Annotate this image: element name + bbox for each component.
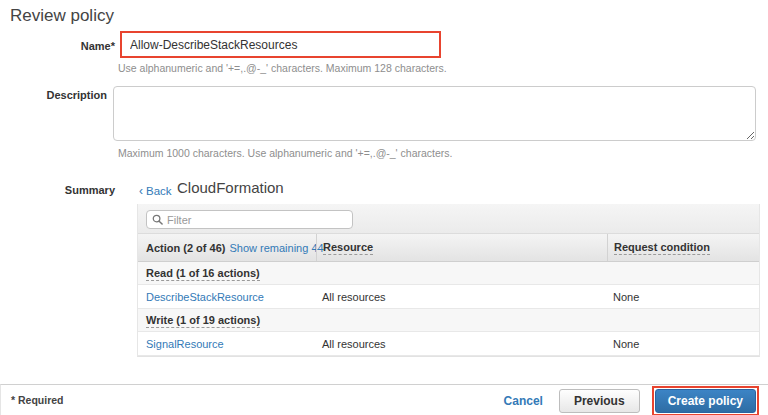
cancel-link[interactable]: Cancel bbox=[504, 394, 543, 408]
resource-header-label: Resource bbox=[323, 241, 373, 255]
review-policy-page: Review policy Name* Use alphanumeric and… bbox=[0, 0, 768, 415]
required-note: * Required bbox=[11, 385, 64, 415]
table-header-row: Action (2 of 46) Show remaining 44 Resou… bbox=[138, 234, 759, 262]
action-count-label: Action (2 of 46) bbox=[146, 242, 225, 254]
description-textarea[interactable] bbox=[113, 86, 756, 141]
resource-cell: All resources bbox=[316, 291, 607, 303]
filter-input[interactable] bbox=[167, 214, 347, 226]
previous-button[interactable]: Previous bbox=[559, 389, 640, 413]
footer-actions: Cancel Previous Create policy bbox=[504, 385, 759, 415]
create-policy-annotation: Create policy bbox=[652, 386, 759, 415]
name-field-annotation bbox=[120, 31, 441, 58]
description-help-text: Maximum 1000 characters. Use alphanumeri… bbox=[118, 147, 452, 159]
group-row-write: Write (1 of 19 actions) bbox=[138, 309, 759, 332]
back-link[interactable]: ‹Back bbox=[139, 184, 172, 198]
policy-summary-table: Action (2 of 46) Show remaining 44 Resou… bbox=[137, 204, 760, 357]
read-group-label: Read (1 of 16 actions) bbox=[146, 267, 260, 281]
write-group-label: Write (1 of 19 actions) bbox=[146, 314, 260, 328]
name-label: Name* bbox=[0, 40, 115, 52]
group-row-read: Read (1 of 16 actions) bbox=[138, 262, 759, 285]
page-title: Review policy bbox=[10, 6, 114, 26]
resource-cell: All resources bbox=[316, 338, 607, 350]
name-help-text: Use alphanumeric and '+=,.@-_' character… bbox=[118, 62, 447, 74]
column-header-request-condition: Request condition bbox=[607, 234, 759, 261]
request-condition-header-label: Request condition bbox=[614, 241, 710, 255]
wizard-footer: * Required Cancel Previous Create policy bbox=[0, 384, 768, 415]
search-icon bbox=[152, 214, 163, 225]
table-row: SignalResource All resources None bbox=[138, 332, 759, 356]
condition-cell: None bbox=[607, 338, 759, 350]
service-name-heading: CloudFormation bbox=[177, 179, 284, 196]
chevron-left-icon: ‹ bbox=[139, 184, 143, 198]
column-header-action: Action (2 of 46) Show remaining 44 bbox=[138, 234, 316, 261]
description-label: Description bbox=[0, 89, 107, 101]
back-link-label: Back bbox=[146, 185, 172, 197]
create-policy-button[interactable]: Create policy bbox=[655, 389, 756, 413]
table-row: DescribeStackResource All resources None bbox=[138, 285, 759, 309]
action-link-describe-stack-resource[interactable]: DescribeStackResource bbox=[146, 291, 264, 303]
condition-cell: None bbox=[607, 291, 759, 303]
table-filter-toolbar bbox=[138, 204, 759, 234]
show-remaining-link[interactable]: Show remaining 44 bbox=[229, 242, 323, 254]
column-header-resource: Resource bbox=[316, 234, 607, 261]
summary-label: Summary bbox=[0, 184, 115, 196]
action-link-signal-resource[interactable]: SignalResource bbox=[146, 338, 224, 350]
policy-name-input[interactable] bbox=[122, 33, 439, 56]
filter-box[interactable] bbox=[146, 210, 353, 229]
